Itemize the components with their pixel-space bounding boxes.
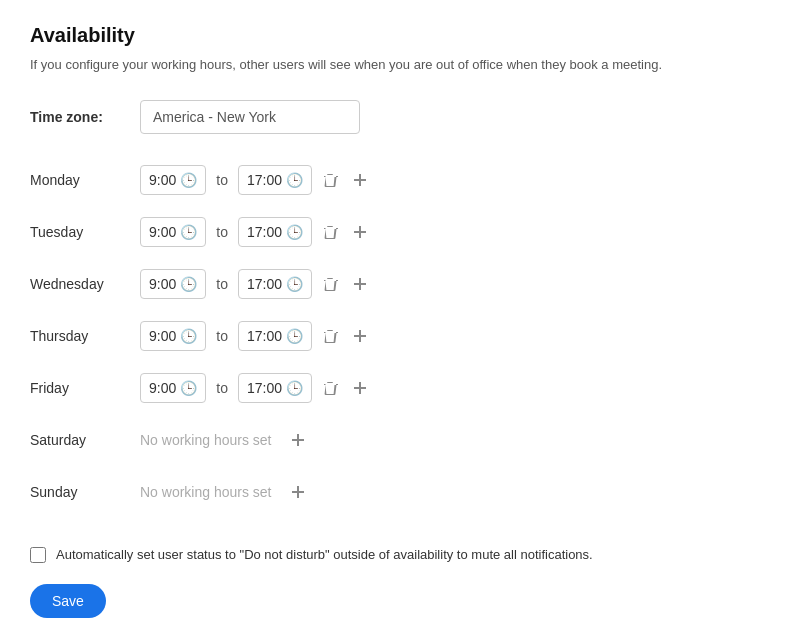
clock-icon-start-thursday: 🕒 xyxy=(180,328,197,344)
end-value-thursday: 17:00 xyxy=(247,328,282,344)
day-label-wednesday: Wednesday xyxy=(30,276,140,292)
to-label-thursday: to xyxy=(216,328,228,344)
day-content-sunday: No working hours set xyxy=(140,480,310,504)
to-label-wednesday: to xyxy=(216,276,228,292)
day-content-saturday: No working hours set xyxy=(140,428,310,452)
day-content-monday: 9:00 🕒 to 17:00 🕒 xyxy=(140,165,372,195)
timezone-row: Time zone: xyxy=(30,100,772,134)
day-content-tuesday: 9:00 🕒 to 17:00 🕒 xyxy=(140,217,372,247)
day-label-thursday: Thursday xyxy=(30,328,140,344)
end-value-wednesday: 17:00 xyxy=(247,276,282,292)
start-value-monday: 9:00 xyxy=(149,172,176,188)
day-row-thursday: Thursday 9:00 🕒 to 17:00 🕒 xyxy=(30,314,772,358)
clock-icon-end-tuesday: 🕒 xyxy=(286,224,303,240)
end-time-thursday[interactable]: 17:00 🕒 xyxy=(238,321,312,351)
delete-button-wednesday[interactable] xyxy=(318,272,342,296)
end-value-monday: 17:00 xyxy=(247,172,282,188)
to-label-tuesday: to xyxy=(216,224,228,240)
days-container: Monday 9:00 🕒 to 17:00 🕒 Tuesday 9:00 🕒 … xyxy=(30,158,772,514)
day-label-friday: Friday xyxy=(30,380,140,396)
day-row-friday: Friday 9:00 🕒 to 17:00 🕒 xyxy=(30,366,772,410)
delete-button-monday[interactable] xyxy=(318,168,342,192)
plus-icon-thursday xyxy=(352,328,368,344)
dnd-checkbox-row: Automatically set user status to "Do not… xyxy=(30,546,772,564)
end-value-tuesday: 17:00 xyxy=(247,224,282,240)
timezone-label: Time zone: xyxy=(30,109,140,125)
clock-icon-end-thursday: 🕒 xyxy=(286,328,303,344)
clock-icon-end-friday: 🕒 xyxy=(286,380,303,396)
page-subtitle: If you configure your working hours, oth… xyxy=(30,57,772,72)
start-value-wednesday: 9:00 xyxy=(149,276,176,292)
delete-button-friday[interactable] xyxy=(318,376,342,400)
to-label-monday: to xyxy=(216,172,228,188)
delete-button-thursday[interactable] xyxy=(318,324,342,348)
plus-icon-saturday xyxy=(290,432,306,448)
start-value-thursday: 9:00 xyxy=(149,328,176,344)
add-hours-button-friday[interactable] xyxy=(348,376,372,400)
clock-icon-start-monday: 🕒 xyxy=(180,172,197,188)
clock-icon-start-wednesday: 🕒 xyxy=(180,276,197,292)
end-time-tuesday[interactable]: 17:00 🕒 xyxy=(238,217,312,247)
day-content-wednesday: 9:00 🕒 to 17:00 🕒 xyxy=(140,269,372,299)
dnd-checkbox[interactable] xyxy=(30,547,46,563)
day-row-sunday: SundayNo working hours set xyxy=(30,470,772,514)
plus-icon-monday xyxy=(352,172,368,188)
no-hours-saturday: No working hours set xyxy=(140,432,272,448)
save-button[interactable]: Save xyxy=(30,584,106,618)
add-hours-button-thursday[interactable] xyxy=(348,324,372,348)
day-content-thursday: 9:00 🕒 to 17:00 🕒 xyxy=(140,321,372,351)
trash-icon-tuesday xyxy=(322,224,338,240)
to-label-friday: to xyxy=(216,380,228,396)
end-time-monday[interactable]: 17:00 🕒 xyxy=(238,165,312,195)
start-time-monday[interactable]: 9:00 🕒 xyxy=(140,165,206,195)
day-row-monday: Monday 9:00 🕒 to 17:00 🕒 xyxy=(30,158,772,202)
start-time-thursday[interactable]: 9:00 🕒 xyxy=(140,321,206,351)
add-hours-button-tuesday[interactable] xyxy=(348,220,372,244)
start-value-friday: 9:00 xyxy=(149,380,176,396)
delete-button-tuesday[interactable] xyxy=(318,220,342,244)
plus-icon-friday xyxy=(352,380,368,396)
clock-icon-end-wednesday: 🕒 xyxy=(286,276,303,292)
add-hours-button-sunday[interactable] xyxy=(286,480,310,504)
day-label-sunday: Sunday xyxy=(30,484,140,500)
clock-icon-start-friday: 🕒 xyxy=(180,380,197,396)
day-row-wednesday: Wednesday 9:00 🕒 to 17:00 🕒 xyxy=(30,262,772,306)
add-hours-button-monday[interactable] xyxy=(348,168,372,192)
trash-icon-friday xyxy=(322,380,338,396)
dnd-label: Automatically set user status to "Do not… xyxy=(56,546,593,564)
plus-icon-wednesday xyxy=(352,276,368,292)
trash-icon-monday xyxy=(322,172,338,188)
day-label-monday: Monday xyxy=(30,172,140,188)
day-row-tuesday: Tuesday 9:00 🕒 to 17:00 🕒 xyxy=(30,210,772,254)
day-label-saturday: Saturday xyxy=(30,432,140,448)
clock-icon-end-monday: 🕒 xyxy=(286,172,303,188)
page-title: Availability xyxy=(30,24,772,47)
start-time-wednesday[interactable]: 9:00 🕒 xyxy=(140,269,206,299)
day-content-friday: 9:00 🕒 to 17:00 🕒 xyxy=(140,373,372,403)
start-time-friday[interactable]: 9:00 🕒 xyxy=(140,373,206,403)
no-hours-sunday: No working hours set xyxy=(140,484,272,500)
timezone-input[interactable] xyxy=(140,100,360,134)
add-hours-button-saturday[interactable] xyxy=(286,428,310,452)
day-label-tuesday: Tuesday xyxy=(30,224,140,240)
end-time-friday[interactable]: 17:00 🕒 xyxy=(238,373,312,403)
trash-icon-wednesday xyxy=(322,276,338,292)
plus-icon-tuesday xyxy=(352,224,368,240)
end-value-friday: 17:00 xyxy=(247,380,282,396)
end-time-wednesday[interactable]: 17:00 🕒 xyxy=(238,269,312,299)
add-hours-button-wednesday[interactable] xyxy=(348,272,372,296)
start-time-tuesday[interactable]: 9:00 🕒 xyxy=(140,217,206,247)
clock-icon-start-tuesday: 🕒 xyxy=(180,224,197,240)
start-value-tuesday: 9:00 xyxy=(149,224,176,240)
trash-icon-thursday xyxy=(322,328,338,344)
plus-icon-sunday xyxy=(290,484,306,500)
day-row-saturday: SaturdayNo working hours set xyxy=(30,418,772,462)
